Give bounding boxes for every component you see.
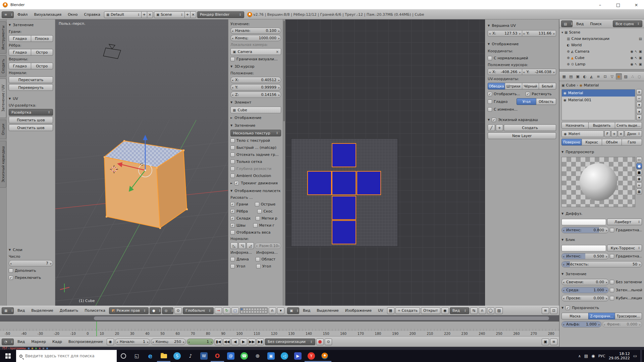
new-material-button[interactable]: + — [611, 130, 617, 137]
face-normals-icon[interactable]: ◿ — [247, 242, 254, 249]
clip-start-slider[interactable]: Начало:0.100 — [230, 27, 281, 34]
tab-render-layers-icon[interactable]: ▤ — [568, 73, 574, 80]
wire-only-checkbox[interactable]: Только сетка — [230, 159, 281, 165]
faces-flat-button[interactable]: Плоско — [31, 35, 53, 42]
grease-pencil-add-icon[interactable]: + — [496, 124, 503, 131]
panel-shading[interactable]: Затенение — [9, 21, 53, 28]
jump-to-start-button[interactable]: ▮◀ — [215, 339, 222, 345]
jump-to-end-button[interactable]: ▶▮ — [257, 339, 264, 345]
draw-seams-marks-checkbox[interactable]: Метки р — [256, 215, 281, 221]
edge-angle-checkbox[interactable]: Угол — [230, 263, 255, 269]
outliner-item-lamp[interactable]: ⊕⊙Lamp◉↖▣ — [560, 61, 643, 67]
raytrace-button[interactable]: Трассировк... — [615, 313, 642, 319]
edges-smooth-button[interactable]: Гладко — [9, 49, 31, 56]
layers-grid[interactable] — [240, 307, 268, 314]
draw-creases-checkbox[interactable]: Складк — [230, 215, 255, 221]
tray-volume-icon[interactable]: ◉ — [591, 354, 595, 358]
sync-mode-select[interactable]: Без синхронизации — [265, 339, 315, 345]
draw-sharp-checkbox[interactable]: Острые — [255, 201, 281, 207]
transform-orientation-select[interactable]: Глобально — [183, 307, 214, 314]
uv-white-button[interactable]: Белый — [539, 83, 556, 89]
minimize-button[interactable]: – — [592, 0, 608, 9]
renderability-icon[interactable]: ▣ — [639, 62, 642, 66]
renderability-icon[interactable]: ▣ — [639, 50, 642, 53]
draw-seams-checkbox[interactable]: Швы — [230, 222, 252, 228]
movies-icon[interactable]: ▶ — [291, 350, 305, 362]
vp-menu-mesh[interactable]: Полисетка — [82, 306, 108, 315]
notification-center-icon[interactable]: ▭ — [633, 354, 637, 358]
halo-type-button[interactable]: Гало — [622, 139, 642, 145]
editor-type-uv-icon[interactable]: ▣ — [287, 307, 299, 314]
show-weights-checkbox[interactable]: Отображать веса — [230, 229, 281, 235]
outliner-filter-select[interactable]: Все сцены — [613, 20, 642, 27]
uv-black-button[interactable]: Чёрный — [522, 83, 539, 89]
uv-menu-view[interactable]: Вид — [300, 306, 313, 315]
uv-vertex-x-slider[interactable]: X:127.53 — [488, 30, 522, 37]
menu-window[interactable]: Окно — [65, 10, 80, 19]
faces-smooth-button[interactable]: Гладко — [9, 35, 31, 42]
dof-checkbox[interactable]: Глубина резкости — [230, 166, 281, 172]
panel-uv-display[interactable]: Отображение — [488, 41, 556, 47]
uv-editor[interactable] — [285, 19, 485, 306]
tl-menu-playback[interactable]: Воспроизведение — [66, 337, 106, 347]
clear-seam-button[interactable]: Очистить шов — [9, 124, 53, 131]
uv-sync-select-icon[interactable]: ⇆ — [470, 307, 478, 314]
uv-menu-image[interactable]: Изображение — [342, 306, 374, 315]
cubic-interp-checkbox[interactable]: Кубич...ляция — [610, 295, 642, 301]
border-render-checkbox[interactable]: Граничная визуали... — [230, 56, 281, 62]
panel-display[interactable]: Отображение — [230, 114, 281, 121]
current-frame-marker[interactable] — [96, 321, 97, 336]
clip-end-slider[interactable]: Конец:1000.000 — [230, 35, 281, 41]
uv-menu-uv[interactable]: UV — [375, 306, 386, 315]
item-name-field[interactable]: ▦Cube — [230, 107, 281, 113]
assign-button[interactable]: Назначить — [561, 122, 589, 129]
panel-layers[interactable]: Слои — [9, 246, 53, 253]
record-button[interactable] — [316, 339, 324, 345]
tab-constraints-icon[interactable]: ≡ — [595, 73, 601, 80]
use-preview-range-icon[interactable]: ◉ — [107, 339, 114, 345]
tab-create[interactable]: Создать — [0, 55, 6, 77]
preview-world-icon[interactable]: ▦ — [636, 189, 642, 194]
menu-render[interactable]: Визуализация — [31, 10, 64, 19]
panel-shading-np[interactable]: Затенение — [230, 122, 281, 129]
close-button[interactable]: × — [629, 0, 644, 9]
panel-uv[interactable]: UV — [9, 95, 53, 102]
expand-icon[interactable]: ⊕ — [567, 62, 570, 66]
word-icon[interactable]: W — [197, 350, 211, 362]
cursor-x-slider[interactable]: X:0.40512 — [230, 77, 281, 83]
ao-checkbox[interactable]: Ambient Occlusion — [230, 173, 281, 179]
whatsapp-icon[interactable]: ☎ — [237, 350, 251, 362]
uv-pivot-select[interactable]: Вид — [450, 307, 469, 314]
panel-shading-props[interactable]: Затенение — [561, 270, 642, 277]
specular-ramp-checkbox[interactable]: Градиентна... — [610, 253, 642, 259]
shading-mode-select[interactable]: Несколько текстур — [230, 130, 281, 136]
start-button[interactable] — [0, 350, 16, 362]
panel-diffuse[interactable]: Диффуз. — [561, 210, 642, 217]
uv-cursor-x-slider[interactable]: X:-408.266 — [488, 69, 522, 75]
tab-world-icon[interactable]: ◐ — [582, 73, 587, 80]
manipulator-translate-icon[interactable]: → — [215, 307, 222, 314]
selectability-icon[interactable]: ↖ — [635, 50, 637, 53]
tl-duplicate-area-icon[interactable]: ▣ — [542, 339, 549, 345]
emit-slider[interactable]: Свечени:0.00 — [561, 279, 609, 285]
slot-specials-button[interactable]: ▾ — [636, 102, 642, 108]
panel-3d-cursor[interactable]: 3D-курсор — [230, 63, 281, 70]
photos-icon[interactable]: ▣ — [264, 350, 278, 362]
ambient-slider[interactable]: Среда:1.000 — [561, 287, 609, 293]
uv-snap-magnet-icon[interactable]: ∩ — [479, 307, 486, 314]
grease-pencil-draw-icon[interactable]: ╱ — [488, 124, 495, 131]
expand-icon[interactable]: ⊕ — [567, 56, 570, 60]
edges-sharp-button[interactable]: Остро — [31, 49, 53, 56]
tab-data-icon[interactable]: ▽ — [609, 73, 615, 80]
region-divider[interactable] — [559, 69, 644, 72]
visibility-icon[interactable]: ◉ — [630, 62, 633, 66]
tray-expand-icon[interactable]: ∧ — [578, 354, 581, 358]
render-engine-select[interactable]: Рендер Blender — [197, 11, 244, 18]
add-slot-button[interactable]: + — [636, 89, 642, 95]
textured-solid-checkbox[interactable]: Тело с текстурой — [230, 137, 281, 143]
menu-file[interactable]: Файл — [15, 10, 30, 19]
diffuse-intensity-slider[interactable]: Интенс:0.800 — [561, 227, 609, 233]
verts-sharp-button[interactable]: Остро — [31, 63, 53, 69]
move-slot-up-button[interactable]: ▴ — [636, 108, 642, 114]
preview-monkey-icon[interactable]: ◉ — [636, 176, 642, 182]
